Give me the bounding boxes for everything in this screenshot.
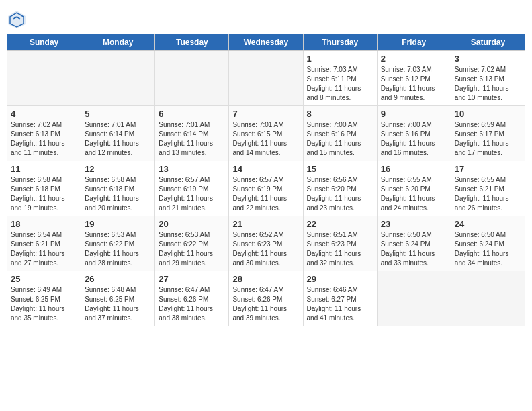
calendar-day-cell (377, 271, 451, 326)
calendar-day-cell: 12Sunrise: 6:58 AM Sunset: 6:18 PM Dayli… (81, 161, 155, 216)
day-of-week-header: Sunday (7, 34, 81, 51)
calendar-day-cell: 27Sunrise: 6:47 AM Sunset: 6:26 PM Dayli… (155, 271, 229, 326)
day-info: Sunrise: 7:00 AM Sunset: 6:16 PM Dayligh… (307, 120, 373, 158)
day-of-week-header: Wednesday (229, 34, 303, 51)
calendar-week-row: 18Sunrise: 6:54 AM Sunset: 6:21 PM Dayli… (7, 216, 525, 271)
day-number: 4 (11, 109, 77, 119)
day-number: 9 (381, 109, 447, 119)
day-info: Sunrise: 6:57 AM Sunset: 6:19 PM Dayligh… (232, 175, 299, 213)
day-info: Sunrise: 6:53 AM Sunset: 6:22 PM Dayligh… (159, 230, 225, 268)
calendar-body: 1Sunrise: 7:03 AM Sunset: 6:11 PM Daylig… (7, 51, 525, 326)
day-info: Sunrise: 6:51 AM Sunset: 6:23 PM Dayligh… (307, 230, 373, 268)
calendar-day-cell (155, 51, 229, 106)
day-number: 23 (381, 219, 447, 229)
day-info: Sunrise: 6:52 AM Sunset: 6:23 PM Dayligh… (232, 230, 299, 268)
calendar-day-cell (7, 51, 81, 106)
logo (7, 9, 30, 30)
day-info: Sunrise: 7:03 AM Sunset: 6:11 PM Dayligh… (307, 65, 373, 103)
day-number: 20 (159, 219, 225, 229)
day-number: 5 (85, 109, 151, 119)
day-info: Sunrise: 7:01 AM Sunset: 6:14 PM Dayligh… (85, 120, 151, 158)
calendar-table: SundayMondayTuesdayWednesdayThursdayFrid… (7, 34, 525, 326)
calendar-day-cell: 16Sunrise: 6:55 AM Sunset: 6:20 PM Dayli… (377, 161, 451, 216)
day-info: Sunrise: 6:47 AM Sunset: 6:26 PM Dayligh… (159, 285, 225, 323)
calendar-day-cell: 4Sunrise: 7:02 AM Sunset: 6:13 PM Daylig… (7, 106, 81, 161)
calendar-day-cell: 29Sunrise: 6:46 AM Sunset: 6:27 PM Dayli… (303, 271, 377, 326)
day-number: 12 (85, 164, 151, 174)
calendar-day-cell: 25Sunrise: 6:49 AM Sunset: 6:25 PM Dayli… (7, 271, 81, 326)
calendar-day-cell: 20Sunrise: 6:53 AM Sunset: 6:22 PM Dayli… (155, 216, 229, 271)
day-number: 16 (381, 164, 447, 174)
calendar-day-cell: 6Sunrise: 7:01 AM Sunset: 6:14 PM Daylig… (155, 106, 229, 161)
calendar-day-cell: 19Sunrise: 6:53 AM Sunset: 6:22 PM Dayli… (81, 216, 155, 271)
day-number: 1 (307, 54, 373, 64)
calendar-day-cell: 11Sunrise: 6:58 AM Sunset: 6:18 PM Dayli… (7, 161, 81, 216)
day-number: 3 (455, 54, 521, 64)
day-info: Sunrise: 6:55 AM Sunset: 6:21 PM Dayligh… (455, 175, 521, 213)
day-number: 15 (307, 164, 373, 174)
calendar-week-row: 1Sunrise: 7:03 AM Sunset: 6:11 PM Daylig… (7, 51, 525, 106)
calendar-day-cell: 23Sunrise: 6:50 AM Sunset: 6:24 PM Dayli… (377, 216, 451, 271)
day-number: 21 (232, 219, 299, 229)
day-number: 6 (159, 109, 225, 119)
day-number: 17 (455, 164, 521, 174)
day-number: 27 (159, 274, 225, 284)
day-number: 8 (307, 109, 373, 119)
day-info: Sunrise: 7:01 AM Sunset: 6:14 PM Dayligh… (159, 120, 225, 158)
calendar-day-cell: 7Sunrise: 7:01 AM Sunset: 6:15 PM Daylig… (229, 106, 303, 161)
day-number: 7 (232, 109, 299, 119)
day-info: Sunrise: 6:56 AM Sunset: 6:20 PM Dayligh… (307, 175, 373, 213)
day-number: 2 (381, 54, 447, 64)
day-info: Sunrise: 6:50 AM Sunset: 6:24 PM Dayligh… (455, 230, 521, 268)
day-number: 11 (11, 164, 77, 174)
day-info: Sunrise: 6:49 AM Sunset: 6:25 PM Dayligh… (11, 285, 77, 323)
day-info: Sunrise: 6:55 AM Sunset: 6:20 PM Dayligh… (381, 175, 447, 213)
day-info: Sunrise: 7:02 AM Sunset: 6:13 PM Dayligh… (11, 120, 77, 158)
day-of-week-header: Friday (377, 34, 451, 51)
day-info: Sunrise: 6:58 AM Sunset: 6:18 PM Dayligh… (85, 175, 151, 213)
calendar-day-cell: 21Sunrise: 6:52 AM Sunset: 6:23 PM Dayli… (229, 216, 303, 271)
svg-marker-0 (8, 11, 26, 28)
day-info: Sunrise: 6:54 AM Sunset: 6:21 PM Dayligh… (11, 230, 77, 268)
calendar-day-cell (81, 51, 155, 106)
day-info: Sunrise: 6:53 AM Sunset: 6:22 PM Dayligh… (85, 230, 151, 268)
day-number: 10 (455, 109, 521, 119)
day-number: 14 (232, 164, 299, 174)
day-number: 18 (11, 219, 77, 229)
day-info: Sunrise: 6:48 AM Sunset: 6:25 PM Dayligh… (85, 285, 151, 323)
calendar-header: SundayMondayTuesdayWednesdayThursdayFrid… (7, 34, 525, 51)
day-of-week-header: Monday (81, 34, 155, 51)
day-number: 19 (85, 219, 151, 229)
day-number: 24 (455, 219, 521, 229)
day-info: Sunrise: 7:01 AM Sunset: 6:15 PM Dayligh… (232, 120, 299, 158)
calendar-week-row: 25Sunrise: 6:49 AM Sunset: 6:25 PM Dayli… (7, 271, 525, 326)
calendar-day-cell: 17Sunrise: 6:55 AM Sunset: 6:21 PM Dayli… (451, 161, 525, 216)
calendar-day-cell: 8Sunrise: 7:00 AM Sunset: 6:16 PM Daylig… (303, 106, 377, 161)
calendar-day-cell: 15Sunrise: 6:56 AM Sunset: 6:20 PM Dayli… (303, 161, 377, 216)
day-number: 13 (159, 164, 225, 174)
day-number: 25 (11, 274, 77, 284)
day-number: 22 (307, 219, 373, 229)
day-info: Sunrise: 7:03 AM Sunset: 6:12 PM Dayligh… (381, 65, 447, 103)
calendar-day-cell: 5Sunrise: 7:01 AM Sunset: 6:14 PM Daylig… (81, 106, 155, 161)
day-of-week-header: Thursday (303, 34, 377, 51)
day-info: Sunrise: 6:47 AM Sunset: 6:26 PM Dayligh… (232, 285, 299, 323)
calendar-day-cell: 14Sunrise: 6:57 AM Sunset: 6:19 PM Dayli… (229, 161, 303, 216)
calendar-day-cell: 10Sunrise: 6:59 AM Sunset: 6:17 PM Dayli… (451, 106, 525, 161)
header-row: SundayMondayTuesdayWednesdayThursdayFrid… (7, 34, 525, 51)
day-number: 29 (307, 274, 373, 284)
calendar-day-cell: 18Sunrise: 6:54 AM Sunset: 6:21 PM Dayli… (7, 216, 81, 271)
day-number: 28 (232, 274, 299, 284)
calendar-day-cell: 2Sunrise: 7:03 AM Sunset: 6:12 PM Daylig… (377, 51, 451, 106)
page-header (7, 7, 525, 30)
logo-icon (7, 9, 27, 30)
day-of-week-header: Saturday (451, 34, 525, 51)
calendar-day-cell: 13Sunrise: 6:57 AM Sunset: 6:19 PM Dayli… (155, 161, 229, 216)
day-info: Sunrise: 7:00 AM Sunset: 6:16 PM Dayligh… (381, 120, 447, 158)
calendar-day-cell: 1Sunrise: 7:03 AM Sunset: 6:11 PM Daylig… (303, 51, 377, 106)
calendar-day-cell: 24Sunrise: 6:50 AM Sunset: 6:24 PM Dayli… (451, 216, 525, 271)
calendar-day-cell: 9Sunrise: 7:00 AM Sunset: 6:16 PM Daylig… (377, 106, 451, 161)
calendar-week-row: 11Sunrise: 6:58 AM Sunset: 6:18 PM Dayli… (7, 161, 525, 216)
day-info: Sunrise: 6:57 AM Sunset: 6:19 PM Dayligh… (159, 175, 225, 213)
day-info: Sunrise: 6:58 AM Sunset: 6:18 PM Dayligh… (11, 175, 77, 213)
